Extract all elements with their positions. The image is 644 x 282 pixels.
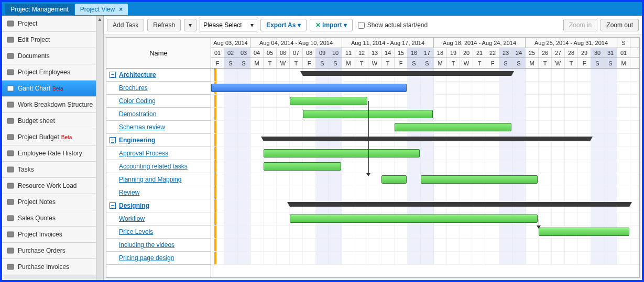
tab-project-management[interactable]: Project Management [5, 4, 74, 15]
task-row[interactable]: Brochures [106, 82, 211, 95]
task-row[interactable]: Price Levels [106, 225, 211, 239]
sidebar-item-project-invoices[interactable]: Project Invoices [2, 227, 103, 243]
day-letter: F [578, 58, 591, 68]
day-number: 04 [250, 48, 264, 58]
chart-row [211, 225, 639, 239]
filter-button[interactable]: ▾ [184, 19, 197, 31]
group-row[interactable]: −Architecture [106, 69, 211, 82]
task-bar[interactable] [264, 162, 341, 171]
zoom-in-button[interactable]: Zoom in [563, 19, 597, 31]
group-row[interactable]: −Designing [106, 199, 211, 212]
gantt-chart[interactable]: Aug 03, 2014Aug 04, 2014 - Aug 10, 2014A… [211, 38, 639, 277]
sidebar-item-documents[interactable]: Documents [2, 48, 103, 64]
collapse-icon[interactable]: − [110, 137, 116, 143]
add-task-button[interactable]: Add Task [107, 19, 144, 31]
day-number: 11 [342, 48, 355, 58]
row-label: Schemas review [119, 123, 165, 131]
sidebar-item-label: Sales Quotes [18, 215, 56, 222]
sidebar-item-label: Project [18, 20, 37, 27]
sidebar-item-project-notes[interactable]: Project Notes [2, 194, 103, 210]
sidebar-item-purchase-orders[interactable]: Purchase Orders [2, 243, 103, 259]
sidebar: ProjectEdit ProjectDocumentsProject Empl… [2, 16, 104, 280]
sidebar-item-label: Project Employees [18, 69, 70, 76]
task-bar[interactable] [211, 84, 407, 92]
refresh-button[interactable]: Refresh [147, 19, 181, 31]
import-button[interactable]: ✕ Import ▾ [310, 19, 353, 31]
day-letter: W [368, 58, 381, 68]
day-letter: M [526, 58, 539, 68]
day-letter: T [355, 58, 368, 68]
chart-row [211, 199, 639, 212]
sidebar-item-project-employees[interactable]: Project Employees [2, 64, 103, 81]
show-actual-input[interactable] [358, 22, 365, 29]
day-number: 15 [395, 48, 408, 58]
collapse-icon[interactable]: − [110, 72, 116, 78]
summary-bar[interactable] [303, 71, 511, 76]
task-bar[interactable] [264, 149, 420, 157]
sidebar-item-resource-work-load[interactable]: Resource Work Load [2, 178, 103, 194]
day-number: 08 [303, 48, 316, 58]
task-bar[interactable] [381, 175, 407, 184]
task-row[interactable]: Approval Process [106, 147, 211, 160]
svg-rect-5 [7, 102, 14, 107]
group-row[interactable]: −Engineering [106, 134, 211, 147]
sidebar-item-label: Project Budget [18, 133, 59, 141]
week-header: Aug 11, 2014 - Aug 17, 2014 [342, 38, 434, 48]
load-icon [6, 182, 15, 190]
summary-bar[interactable] [264, 137, 590, 141]
sidebar-item-tasks[interactable]: Tasks [2, 162, 103, 178]
day-letter: S [512, 58, 526, 68]
export-button[interactable]: Export As ▾ [260, 19, 307, 31]
week-header: Aug 03, 2014 [211, 38, 250, 48]
task-row[interactable]: Schemas review [106, 121, 211, 134]
task-bar[interactable] [395, 123, 511, 131]
sidebar-item-sales-quotes[interactable]: Sales Quotes [2, 210, 103, 227]
scroll-up-icon[interactable]: ▲ [96, 16, 103, 23]
task-bar[interactable] [421, 175, 538, 184]
task-bar[interactable] [290, 97, 367, 105]
task-name-column: Name −ArchitectureBrochuresColor CodingD… [106, 38, 211, 277]
task-row[interactable]: Accounting related tasks [106, 160, 211, 173]
task-row[interactable]: Color Coding [106, 95, 211, 108]
zoom-out-button[interactable]: Zoom out [601, 19, 639, 31]
sidebar-scrollbar[interactable]: ▲ [96, 16, 103, 280]
row-label: Architecture [119, 71, 156, 78]
task-row[interactable]: Planning and Mapping [106, 173, 211, 186]
sidebar-item-purchase-invoices[interactable]: Purchase Invoices [2, 259, 103, 275]
select-dropdown[interactable]: Please Select [200, 19, 257, 31]
tab-project-view[interactable]: Project View× [75, 4, 128, 15]
collapse-icon[interactable]: − [110, 202, 116, 209]
day-number: 09 [316, 48, 329, 58]
show-actual-checkbox[interactable]: Show actual start/end [358, 21, 428, 29]
task-row[interactable]: Review [106, 186, 211, 199]
summary-bar[interactable] [290, 202, 629, 207]
chevron-down-icon: ▾ [298, 21, 301, 29]
day-number: 03 [237, 48, 250, 58]
task-bar[interactable] [290, 215, 538, 223]
sidebar-item-project[interactable]: Project [2, 16, 103, 32]
sidebar-item-label: Tasks [18, 166, 34, 173]
briefcase-icon [6, 19, 15, 28]
task-row[interactable]: Pricing page design [106, 252, 211, 265]
task-row[interactable]: Including the videos [106, 239, 211, 252]
day-letter: M [617, 58, 630, 68]
svg-rect-7 [7, 134, 14, 140]
sidebar-item-edit-project[interactable]: Edit Project [2, 32, 103, 48]
task-row[interactable]: Demostration [106, 108, 211, 121]
task-row[interactable]: Workflow [106, 212, 211, 225]
svg-rect-9 [7, 167, 14, 172]
sidebar-item-budget-sheet[interactable]: Budget sheet [2, 113, 103, 129]
chart-row [211, 212, 639, 225]
svg-rect-12 [7, 216, 14, 221]
sidebar-item-work-breakdown-structure[interactable]: Work Breakdown Structure [2, 97, 103, 113]
svg-rect-15 [7, 264, 14, 269]
day-number: 19 [447, 48, 460, 58]
close-icon[interactable]: × [119, 6, 123, 13]
task-bar[interactable] [539, 228, 629, 236]
task-bar[interactable] [303, 110, 433, 118]
day-number: 02 [224, 48, 237, 58]
sidebar-item-employee-rate-history[interactable]: Employee Rate History [2, 145, 103, 162]
sidebar-item-gantt-chart[interactable]: Gantt ChartBeta [2, 81, 103, 97]
chart-row [211, 252, 639, 265]
sidebar-item-project-budget[interactable]: Project BudgetBeta [2, 129, 103, 145]
